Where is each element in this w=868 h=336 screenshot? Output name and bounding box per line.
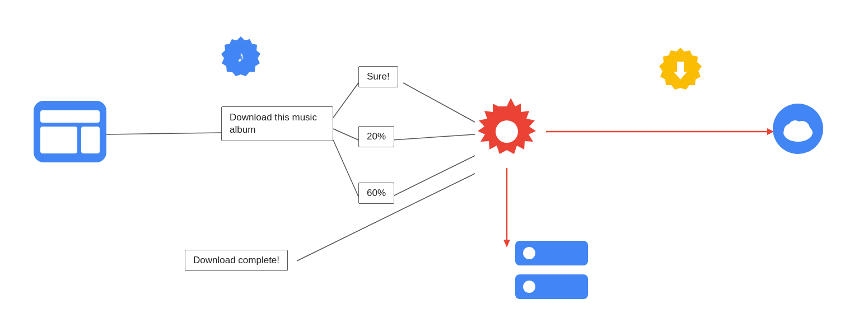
server-circle-2 (523, 281, 535, 293)
svg-line-2 (403, 83, 475, 122)
svg-line-3 (333, 129, 358, 140)
svg-line-0 (106, 133, 221, 134)
cloud-icon (767, 104, 829, 154)
svg-line-1 (333, 83, 358, 118)
server-box-1 (515, 241, 588, 265)
diagram-container: ♪ Download this music album Sure! 20% 60… (0, 0, 868, 336)
svg-text:♪: ♪ (237, 48, 245, 65)
download-album-message: Download this music album (221, 106, 333, 141)
svg-line-6 (392, 156, 475, 197)
gear-icon (470, 95, 543, 168)
percent-60-message: 60% (358, 183, 394, 204)
download-badge-icon (655, 45, 706, 95)
browser-right-panel (81, 127, 100, 153)
sure-message: Sure! (358, 66, 398, 87)
browser-icon (34, 101, 106, 162)
music-badge-icon: ♪ (218, 34, 263, 78)
browser-left-panel (40, 127, 77, 153)
arrows-svg (0, 0, 868, 336)
svg-line-5 (333, 140, 358, 197)
server-circle-1 (523, 247, 535, 259)
svg-point-19 (788, 120, 802, 134)
svg-line-4 (392, 134, 475, 140)
percent-20-message: 20% (358, 126, 394, 147)
browser-panels (40, 127, 100, 153)
download-complete-message: Download complete! (185, 250, 288, 271)
browser-top-bar (40, 110, 100, 123)
svg-point-13 (496, 120, 518, 143)
server-box-2 (515, 274, 588, 299)
svg-marker-11 (503, 240, 510, 248)
